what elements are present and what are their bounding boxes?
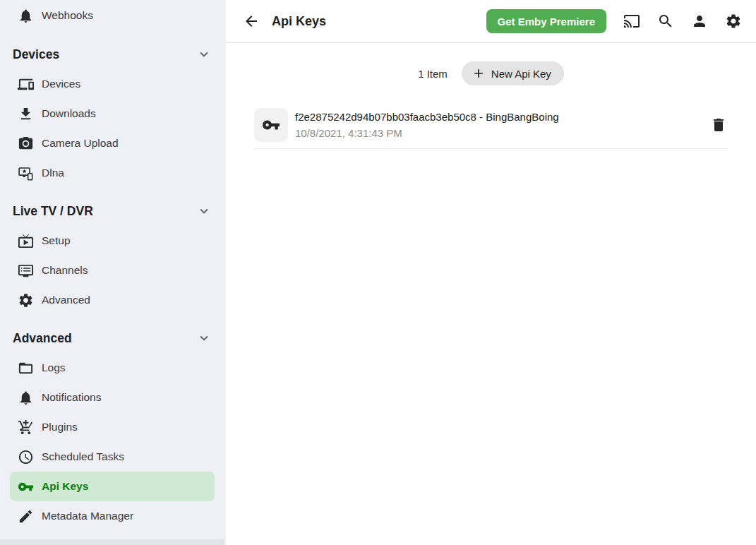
- sidebar-item-advanced-livetv[interactable]: Advanced: [0, 285, 226, 315]
- chevron-down-icon: [196, 330, 212, 346]
- api-key-row[interactable]: f2e2875242d94b07bb03faacb3eb50c8 - BingB…: [254, 108, 728, 149]
- clock-icon: [18, 449, 34, 465]
- search-button[interactable]: [657, 13, 674, 30]
- sidebar-item-setup[interactable]: Setup: [0, 226, 226, 256]
- section-title: Devices: [13, 47, 59, 62]
- sidebar-item-devices[interactable]: Devices: [0, 69, 226, 99]
- gear-icon: [725, 13, 742, 30]
- main-panel: Api Keys Get Emby Premiere 1 Item New Ap…: [226, 0, 756, 545]
- cast-button[interactable]: [623, 13, 640, 30]
- chevron-down-icon: [196, 47, 212, 62]
- chevron-down-icon: [196, 203, 212, 219]
- pencil-icon: [18, 508, 34, 525]
- sidebar-item-metadata-manager[interactable]: Metadata Manager: [0, 501, 226, 531]
- sidebar-item-label: Webhooks: [42, 9, 93, 22]
- devices-icon: [18, 76, 34, 92]
- user-button[interactable]: [691, 13, 708, 30]
- key-icon: [262, 116, 280, 134]
- topbar-icon-group: [623, 13, 742, 30]
- dvr-icon: [18, 263, 34, 279]
- gear-icon: [18, 292, 34, 309]
- list-toolbar: 1 Item New Api Key: [226, 61, 756, 85]
- sidebar-item-label: Advanced: [42, 294, 90, 306]
- sidebar-item-dlna[interactable]: Dlna: [0, 158, 226, 188]
- sidebar-item-plugins[interactable]: Plugins: [0, 412, 226, 442]
- delete-api-key-button[interactable]: [710, 116, 727, 133]
- top-bar: Api Keys Get Emby Premiere: [226, 0, 756, 43]
- live-tv-icon: [18, 233, 34, 249]
- sidebar-section-live-tv[interactable]: Live TV / DVR: [0, 196, 226, 226]
- sidebar-section-devices[interactable]: Devices: [0, 40, 226, 69]
- sidebar-item-label: Plugins: [42, 421, 78, 433]
- search-icon: [657, 13, 674, 30]
- sidebar-section-advanced[interactable]: Advanced: [0, 323, 226, 353]
- section-title: Live TV / DVR: [13, 204, 93, 219]
- sidebar-item-label: Devices: [42, 78, 80, 90]
- plus-icon: [472, 66, 486, 80]
- back-button[interactable]: [243, 13, 260, 30]
- sidebar-item-channels[interactable]: Channels: [0, 256, 226, 285]
- get-emby-premiere-button[interactable]: Get Emby Premiere: [486, 9, 606, 33]
- dlna-icon: [18, 165, 34, 181]
- sidebar-item-camera-upload[interactable]: Camera Upload: [0, 128, 226, 158]
- section-title: Advanced: [13, 331, 72, 346]
- api-key-list: f2e2875242d94b07bb03faacb3eb50c8 - BingB…: [254, 108, 728, 149]
- arrow-back-icon: [243, 13, 260, 30]
- sidebar-item-webhooks[interactable]: Webhooks: [0, 0, 226, 31]
- sidebar-item-notifications[interactable]: Notifications: [0, 383, 226, 412]
- sidebar-item-label: Notifications: [42, 391, 101, 404]
- camera-icon: [18, 136, 34, 152]
- sidebar-item-scheduled-tasks[interactable]: Scheduled Tasks: [0, 442, 226, 472]
- sidebar-item-label: Downloads: [42, 107, 96, 120]
- sidebar-item-downloads[interactable]: Downloads: [0, 99, 226, 128]
- api-key-name: f2e2875242d94b07bb03faacb3eb50c8 - BingB…: [295, 111, 710, 123]
- sidebar-item-label: Setup: [42, 234, 71, 247]
- sidebar-item-label: Channels: [42, 264, 88, 277]
- sidebar: Webhooks Devices Devices Downloads Camer…: [0, 0, 226, 545]
- sidebar-item-api-keys[interactable]: Api Keys: [10, 472, 215, 501]
- download-icon: [18, 106, 34, 122]
- sidebar-item-label: Scheduled Tasks: [42, 450, 124, 463]
- api-key-date: 10/8/2021, 4:31:43 PM: [295, 127, 710, 139]
- person-icon: [691, 13, 708, 30]
- key-icon: [18, 479, 34, 495]
- sidebar-item-label: Camera Upload: [42, 137, 119, 150]
- new-api-key-button[interactable]: New Api Key: [462, 61, 564, 85]
- item-count-label: 1 Item: [418, 68, 448, 80]
- cast-icon: [623, 13, 640, 30]
- bell-icon: [18, 8, 34, 24]
- bell-icon: [18, 390, 34, 406]
- key-icon-tile: [254, 108, 288, 142]
- sidebar-item-label: Metadata Manager: [42, 510, 133, 522]
- sidebar-item-label: Dlna: [42, 167, 64, 179]
- sidebar-item-label: Logs: [42, 361, 66, 374]
- trash-icon: [710, 116, 727, 133]
- new-api-key-label: New Api Key: [491, 68, 551, 80]
- page-title: Api Keys: [272, 14, 326, 29]
- api-key-text: f2e2875242d94b07bb03faacb3eb50c8 - BingB…: [295, 111, 710, 139]
- folder-icon: [18, 360, 34, 376]
- sidebar-item-logs[interactable]: Logs: [0, 353, 226, 383]
- settings-button[interactable]: [725, 13, 742, 30]
- cart-plus-icon: [18, 419, 34, 436]
- sidebar-item-label: Api Keys: [42, 480, 88, 493]
- sidebar-scrollbar[interactable]: [0, 539, 224, 545]
